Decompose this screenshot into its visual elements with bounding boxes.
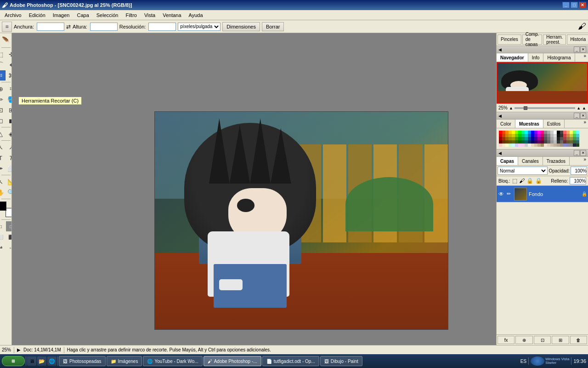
color-cell-15[interactable] <box>547 131 550 134</box>
color-cell-27[interactable] <box>505 134 509 137</box>
color-cell-68[interactable] <box>557 137 560 140</box>
menu-capa[interactable]: Capa <box>73 12 92 19</box>
color-cell-118[interactable] <box>557 144 560 147</box>
shape-tool[interactable]: ⬜ <box>6 163 12 173</box>
color-cell-8[interactable] <box>525 131 528 134</box>
menu-edicion[interactable]: Edición <box>25 12 49 19</box>
color-cell-4[interactable] <box>512 131 515 134</box>
color-cell-25[interactable] <box>499 134 502 137</box>
color-cell-40[interactable] <box>547 134 550 137</box>
muestras-tab[interactable]: Muestras <box>515 120 543 128</box>
taskbar-youtube[interactable]: 🌐 YouTube - Dark Wo... <box>143 356 202 366</box>
color-cell-85[interactable] <box>531 140 534 144</box>
dodge-tool[interactable]: △ <box>0 129 6 139</box>
color-cell-23[interactable] <box>573 131 576 134</box>
resolucion-input[interactable] <box>148 23 176 31</box>
color-cell-81[interactable] <box>518 140 521 144</box>
foreground-color-swatch[interactable] <box>0 201 6 211</box>
status-arrow[interactable]: ▶ <box>17 347 21 352</box>
color-cell-7[interactable] <box>521 131 525 134</box>
color-cell-59[interactable] <box>528 137 531 140</box>
color-cell-49[interactable] <box>576 134 579 137</box>
zoom-tool[interactable]: 🔍 <box>6 187 12 197</box>
color-cell-99[interactable] <box>576 140 579 144</box>
color-cell-76[interactable] <box>502 140 505 144</box>
color-cell-110[interactable] <box>531 144 534 147</box>
color-cell-26[interactable] <box>502 134 505 137</box>
color-cell-111[interactable] <box>534 144 537 147</box>
standard-mode-btn[interactable]: □ <box>0 221 6 231</box>
color-cell-86[interactable] <box>534 140 537 144</box>
zoom-thumb[interactable] <box>524 106 527 110</box>
nav-close-btn[interactable]: ✕ <box>580 46 586 52</box>
color-cell-43[interactable] <box>557 134 560 137</box>
color-cell-109[interactable] <box>528 144 531 147</box>
color-cell-100[interactable] <box>499 144 502 147</box>
magic-wand-tool[interactable]: ✦ <box>6 60 12 70</box>
color-cell-115[interactable] <box>547 144 550 147</box>
color-cell-94[interactable] <box>560 140 563 144</box>
layer-row-fondo[interactable]: 👁 ✏ Fondo 🔒 <box>497 186 588 202</box>
color-cell-103[interactable] <box>509 144 512 147</box>
menu-filtro[interactable]: Filtro <box>122 12 140 19</box>
pinceles-tab[interactable]: Pinceles <box>498 34 521 45</box>
lock-image-btn[interactable]: 🖌 <box>519 178 525 184</box>
color-cell-47[interactable] <box>570 134 573 137</box>
color-cell-102[interactable] <box>505 144 509 147</box>
zoom-in-btn[interactable]: ▲ <box>577 106 581 110</box>
color-cell-5[interactable] <box>515 131 518 134</box>
color-cell-29[interactable] <box>512 134 515 137</box>
color-cell-24[interactable] <box>576 131 579 134</box>
color-panel-minimize[interactable]: _ <box>574 113 580 119</box>
path-selection-tool[interactable]: ↖ <box>0 142 6 152</box>
bg-eraser-tool[interactable]: ◼ <box>6 115 12 126</box>
comp-capas-tab[interactable]: Comp. de capas <box>522 34 542 45</box>
color-cell-57[interactable] <box>521 137 525 140</box>
color-cell-124[interactable] <box>576 144 579 147</box>
layer-visibility-eye[interactable]: 👁 <box>498 190 505 198</box>
color-cell-12[interactable] <box>537 131 541 134</box>
color-cell-71[interactable] <box>566 137 570 140</box>
menu-seleccion[interactable]: Selección <box>93 12 122 19</box>
color-cell-32[interactable] <box>521 134 525 137</box>
fullscreen-view-btn[interactable]: ⬛ <box>6 232 12 242</box>
text-tool[interactable]: T <box>0 153 6 163</box>
color-cell-116[interactable] <box>550 144 554 147</box>
color-cell-98[interactable] <box>573 140 576 144</box>
color-cell-108[interactable] <box>525 144 528 147</box>
delete-layer-btn[interactable]: 🗑 <box>570 336 587 344</box>
pattern-stamp-tool[interactable]: ⊞ <box>6 105 12 115</box>
color-cell-55[interactable] <box>515 137 518 140</box>
eyedropper-tool[interactable]: ⌗ <box>6 84 12 94</box>
color-cell-75[interactable] <box>499 140 502 144</box>
color-cell-3[interactable] <box>509 131 512 134</box>
color-cell-67[interactable] <box>554 137 557 140</box>
color-cell-78[interactable] <box>509 140 512 144</box>
color-cell-46[interactable] <box>566 134 570 137</box>
nav-expand-btn[interactable]: » <box>582 53 588 62</box>
color-cell-69[interactable] <box>560 137 563 140</box>
quick-mask-btn[interactable]: □ <box>6 221 12 231</box>
quick-launch-3[interactable]: 🌐 <box>47 356 57 366</box>
menu-ayuda[interactable]: Ayuda <box>185 12 207 19</box>
color-cell-28[interactable] <box>509 134 512 137</box>
document-canvas[interactable] <box>154 111 448 330</box>
color-cell-62[interactable] <box>537 137 541 140</box>
info-tab[interactable]: Info <box>528 53 544 62</box>
altura-input[interactable] <box>90 23 118 31</box>
color-cell-44[interactable] <box>560 134 563 137</box>
color-cell-2[interactable] <box>505 131 509 134</box>
color-cell-113[interactable] <box>541 144 544 147</box>
color-cell-11[interactable] <box>534 131 537 134</box>
color-cell-74[interactable] <box>576 137 579 140</box>
color-cell-77[interactable] <box>505 140 509 144</box>
text-v-tool[interactable]: T <box>6 153 12 163</box>
navegador-tab[interactable]: Navegador <box>497 53 528 62</box>
color-cell-117[interactable] <box>554 144 557 147</box>
taskbar-imagenes[interactable]: 📁 Imágenes <box>107 356 142 366</box>
slice-tool[interactable]: ⌘ <box>6 70 12 80</box>
quick-launch-1[interactable]: 🖥 <box>27 356 36 366</box>
extra-btn-2[interactable]: ↔ <box>6 242 12 253</box>
color-cell-56[interactable] <box>518 137 521 140</box>
layer-brush-icon[interactable]: ✏ <box>505 190 512 198</box>
